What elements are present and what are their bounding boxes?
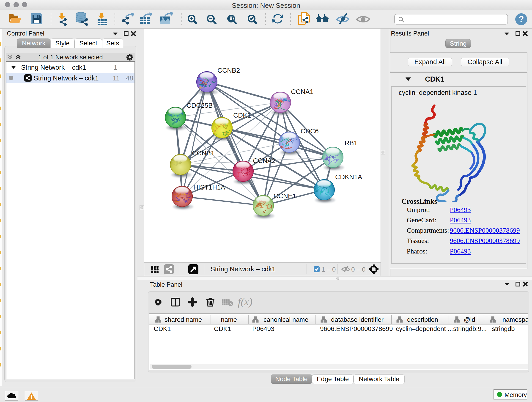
svg-text:0 – 0: 0 – 0 xyxy=(351,266,365,273)
svg-text:@id: @id xyxy=(464,316,475,323)
svg-text:String Network – cdk1: String Network – cdk1 xyxy=(210,265,276,273)
svg-text:CCNE1: CCNE1 xyxy=(273,192,296,200)
svg-text:database identifier: database identifier xyxy=(331,316,384,323)
svg-text:HIST1H1A: HIST1H1A xyxy=(193,184,225,191)
svg-text:CDC25B: CDC25B xyxy=(186,102,213,109)
svg-text:name: name xyxy=(221,316,237,323)
svg-text:canonical name: canonical name xyxy=(264,316,308,323)
svg-text:shared name: shared name xyxy=(165,316,202,323)
svg-text:CDC6: CDC6 xyxy=(301,128,319,135)
svg-text:RB1: RB1 xyxy=(345,139,357,147)
svg-text:1 – 0: 1 – 0 xyxy=(322,266,336,273)
svg-text:description: description xyxy=(407,316,438,323)
svg-text:CCNB2: CCNB2 xyxy=(217,67,240,74)
svg-text:CCNA2: CCNA2 xyxy=(253,157,275,164)
svg-text:?: ? xyxy=(519,14,524,24)
svg-text:CCNA1: CCNA1 xyxy=(291,88,313,95)
svg-text:CDK1: CDK1 xyxy=(233,112,251,119)
svg-text:namespace: namespace xyxy=(502,316,528,323)
svg-text:CDKN1A: CDKN1A xyxy=(335,173,362,181)
svg-text:CCNB1: CCNB1 xyxy=(192,149,215,157)
